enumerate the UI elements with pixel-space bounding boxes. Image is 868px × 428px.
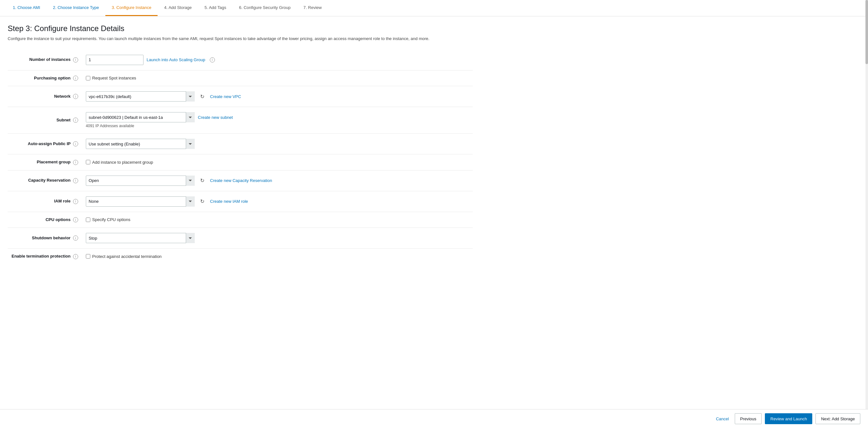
scrollbar-track[interactable] [865,0,868,428]
row-auto-assign-public-ip: Auto-assign Public IP i Use subnet setti… [8,133,473,154]
nav-step-choose-ami[interactable]: 1. Choose AMI [6,0,46,16]
row-cpu-options: CPU options i Specify CPU options [8,212,473,228]
auto-assign-public-ip-select-wrapper: Use subnet setting (Enable) [86,139,195,149]
create-new-vpc-link[interactable]: Create new VPC [210,94,241,99]
configure-instance-form: Number of instances i Launch into Auto S… [8,50,473,264]
nav-step-configure-security-group[interactable]: 6. Configure Security Group [232,0,297,16]
nav-step-choose-instance-type[interactable]: 2. Choose Instance Type [46,0,105,16]
subnet-select[interactable]: subnet-0d900623 | Default in us-east-1a [86,112,195,122]
label-subnet: Subnet [56,118,70,122]
placement-group-checkbox-label[interactable]: Add instance to placement group [86,160,469,165]
cancel-button[interactable]: Cancel [713,417,731,421]
row-network: Network i vpc-e617b39c (default) [8,86,473,107]
placement-group-label: Add instance to placement group [92,160,153,165]
request-spot-instances-label: Request Spot instances [92,75,136,81]
review-and-launch-button[interactable]: Review and Launch [765,413,812,424]
purchasing-option-checkbox-label[interactable]: Request Spot instances [86,75,469,81]
iam-role-select[interactable]: None [86,196,195,207]
capacity-reservation-select-wrapper: Open [86,176,195,186]
info-icon-purchasing-option[interactable]: i [73,75,78,81]
nav-step-add-storage[interactable]: 4. Add Storage [158,0,198,16]
info-icon-cpu-options[interactable]: i [73,217,78,222]
termination-protection-checkbox-label[interactable]: Protect against accidental termination [86,254,469,259]
row-number-of-instances: Number of instances i Launch into Auto S… [8,50,473,70]
auto-assign-public-ip-select[interactable]: Use subnet setting (Enable) [86,139,195,149]
info-icon-network[interactable]: i [73,94,78,99]
row-enable-termination-protection: Enable termination protection i Protect … [8,249,473,264]
nav-step-review[interactable]: 7. Review [297,0,328,16]
label-network: Network [54,94,70,99]
label-iam-role: IAM role [54,198,70,204]
nav-step-add-tags[interactable]: 5. Add Tags [198,0,232,16]
shutdown-behavior-select[interactable]: Stop [86,233,195,243]
row-purchasing-option: Purchasing option i Request Spot instanc… [8,70,473,86]
capacity-reservation-select[interactable]: Open [86,176,195,186]
create-new-subnet-link[interactable]: Create new subnet [198,115,233,120]
row-capacity-reservation: Capacity Reservation i Open ↻ [8,170,473,191]
info-icon-subnet[interactable]: i [73,118,78,123]
network-refresh-button[interactable]: ↻ [198,92,207,101]
row-iam-role: IAM role i None ↻ [8,191,473,212]
create-new-iam-role-link[interactable]: Create new IAM role [210,199,248,204]
create-new-capacity-reservation-link[interactable]: Create new Capacity Reservation [210,178,272,183]
iam-role-refresh-button[interactable]: ↻ [198,197,207,206]
scrollbar-thumb[interactable] [865,0,868,64]
info-icon-enable-termination-protection[interactable]: i [73,254,78,259]
subnet-select-wrapper: subnet-0d900623 | Default in us-east-1a [86,112,195,122]
info-icon-auto-scaling[interactable]: i [210,57,215,62]
network-select[interactable]: vpc-e617b39c (default) [86,91,195,101]
info-icon-placement-group[interactable]: i [73,160,78,165]
label-auto-assign-public-ip: Auto-assign Public IP [28,141,70,146]
page-description: Configure the instance to suit your requ… [8,36,456,42]
row-placement-group: Placement group i Add instance to placem… [8,154,473,171]
nav-step-configure-instance[interactable]: 3. Configure Instance [105,0,158,16]
request-spot-instances-checkbox[interactable] [86,76,90,81]
next-add-storage-button[interactable]: Next: Add Storage [815,413,860,424]
row-shutdown-behavior: Shutdown behavior i Stop [8,228,473,249]
auto-scaling-group-link[interactable]: Launch into Auto Scaling Group [147,57,205,62]
info-icon-auto-assign-public-ip[interactable]: i [73,141,78,146]
cpu-options-checkbox-label[interactable]: Specify CPU options [86,217,469,222]
previous-button[interactable]: Previous [735,413,762,424]
specify-cpu-options-checkbox[interactable] [86,217,90,222]
specify-cpu-options-label: Specify CPU options [92,217,130,222]
label-placement-group: Placement group [37,159,70,164]
network-select-wrapper: vpc-e617b39c (default) [86,91,195,101]
wizard-nav: 1. Choose AMI 2. Choose Instance Type 3.… [0,0,868,16]
label-number-of-instances: Number of instances [29,57,71,62]
shutdown-behavior-select-wrapper: Stop [86,233,195,243]
label-purchasing-option: Purchasing option [34,75,70,81]
info-icon-capacity-reservation[interactable]: i [73,178,78,183]
label-shutdown-behavior: Shutdown behavior [32,236,71,240]
page-title: Step 3: Configure Instance Details [8,24,473,33]
termination-protection-checkbox[interactable] [86,254,90,258]
iam-role-select-wrapper: None [86,196,195,207]
subnet-ip-note: 4091 IP Addresses available [86,124,233,128]
main-content: Step 3: Configure Instance Details Confi… [0,16,480,290]
number-of-instances-input[interactable] [86,55,144,65]
info-icon-number-of-instances[interactable]: i [73,57,78,62]
row-subnet: Subnet i subnet-0d900623 | Default in us… [8,107,473,133]
info-icon-shutdown-behavior[interactable]: i [73,236,78,241]
label-capacity-reservation: Capacity Reservation [28,178,70,183]
footer-bar: Cancel Previous Review and Launch Next: … [0,409,868,428]
capacity-reservation-refresh-button[interactable]: ↻ [198,176,207,185]
label-enable-termination-protection: Enable termination protection [11,254,70,258]
placement-group-checkbox[interactable] [86,160,90,164]
label-cpu-options: CPU options [45,217,70,222]
termination-protection-label: Protect against accidental termination [92,254,162,259]
info-icon-iam-role[interactable]: i [73,199,78,204]
